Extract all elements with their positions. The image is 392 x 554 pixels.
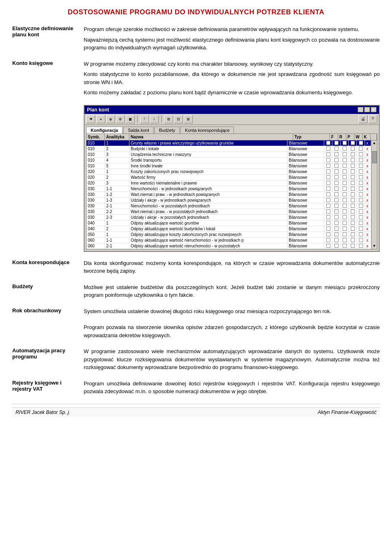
checkbox-icon[interactable] [334, 164, 339, 168]
td-col-9[interactable]: x [365, 209, 371, 214]
checkbox-icon[interactable] [343, 181, 347, 185]
back-button[interactable]: ◄ [86, 115, 95, 123]
close-button[interactable]: × [371, 107, 376, 112]
td-col-9[interactable]: x [365, 152, 371, 157]
td-col-9[interactable]: x [365, 215, 371, 220]
checkbox-icon[interactable] [359, 244, 363, 248]
table-row[interactable]: 0601-1Odpisy aktualizujące wartość nieru… [87, 238, 371, 243]
td-col-9[interactable]: x [365, 163, 371, 169]
tb-btn-2[interactable]: ✿ [106, 115, 115, 123]
checkbox-icon[interactable] [334, 238, 339, 242]
checkbox-icon[interactable] [326, 152, 330, 156]
checkbox-icon[interactable] [359, 187, 363, 191]
checkbox-icon[interactable] [359, 227, 363, 231]
tb-help-button[interactable]: ? [368, 115, 377, 123]
scroll-thumb[interactable] [372, 151, 377, 163]
checkbox-icon[interactable] [359, 152, 363, 156]
scroll-up-button[interactable]: ▲ [373, 141, 375, 145]
tb-btn-5[interactable]: ↑ [140, 115, 149, 123]
checkbox-icon[interactable] [359, 204, 363, 208]
td-col-9[interactable]: x [365, 158, 371, 163]
checkbox-icon[interactable] [343, 158, 347, 162]
checkbox-icon[interactable] [343, 164, 347, 168]
checkbox-icon[interactable] [343, 244, 347, 248]
window-controls[interactable]: _ □ × [358, 107, 376, 112]
checkbox-icon[interactable] [334, 215, 339, 219]
checkbox-icon[interactable] [351, 227, 355, 231]
checkbox-icon[interactable] [359, 147, 363, 151]
checkbox-icon[interactable] [343, 238, 347, 242]
checkbox-icon[interactable] [326, 141, 330, 145]
td-col-9[interactable]: x [365, 180, 371, 186]
checkbox-icon[interactable] [351, 244, 355, 248]
td-col-9[interactable]: x [365, 232, 371, 237]
checkbox-icon[interactable] [343, 204, 347, 208]
table-row[interactable]: 0105Inne środki trwałeBilansowex [87, 163, 371, 169]
table-row[interactable]: 0301-3Udziały i akcje - w jednostkach po… [87, 198, 371, 203]
checkbox-icon[interactable] [351, 187, 355, 191]
checkbox-icon[interactable] [343, 147, 347, 151]
checkbox-icon[interactable] [343, 175, 347, 179]
checkbox-icon[interactable] [343, 227, 347, 231]
table-row[interactable]: 0402Odpisy aktualizujące wartość budynkó… [87, 226, 371, 232]
table-row[interactable]: 0203Inne wartości niematerialne i prawne… [87, 180, 371, 186]
checkbox-icon[interactable] [343, 169, 347, 174]
checkbox-icon[interactable] [359, 238, 363, 242]
checkbox-icon[interactable] [351, 221, 355, 225]
checkbox-icon[interactable] [334, 244, 339, 248]
table-row[interactable]: 0104Środki transportuBilansowex [87, 158, 371, 163]
checkbox-icon[interactable] [326, 147, 330, 151]
td-col-9[interactable]: x [365, 220, 371, 226]
tb-btn-1[interactable]: ✦ [96, 115, 105, 123]
checkbox-icon[interactable] [334, 192, 339, 196]
tb-btn-4[interactable]: ▦ [126, 115, 135, 123]
checkbox-icon[interactable] [359, 221, 363, 225]
table-row[interactable]: 0501Odpisy aktualizujące koszty zakończo… [87, 232, 371, 238]
maximize-button[interactable]: □ [364, 107, 370, 112]
checkbox-icon[interactable] [343, 209, 347, 214]
checkbox-icon[interactable] [359, 181, 363, 185]
tb-btn-6[interactable]: ↓ [150, 115, 159, 123]
checkbox-icon[interactable] [334, 169, 339, 174]
checkbox-icon[interactable] [326, 164, 330, 168]
checkbox-icon[interactable] [351, 232, 355, 236]
checkbox-icon[interactable] [359, 169, 363, 174]
checkbox-icon[interactable] [343, 192, 347, 196]
checkbox-icon[interactable] [351, 175, 355, 179]
table-row[interactable]: 0103Urządzenia techniczne i maszynyBilan… [87, 152, 371, 158]
checkbox-icon[interactable] [359, 209, 363, 214]
checkbox-icon[interactable] [334, 204, 339, 208]
checkbox-icon[interactable] [334, 209, 339, 214]
checkbox-icon[interactable] [359, 164, 363, 168]
checkbox-icon[interactable] [326, 227, 330, 231]
checkbox-icon[interactable] [343, 152, 347, 156]
checkbox-icon[interactable] [334, 141, 339, 145]
checkbox-icon[interactable] [326, 204, 330, 208]
checkbox-icon[interactable] [359, 192, 363, 196]
checkbox-icon[interactable] [351, 198, 355, 202]
tab-konta-korespondujace[interactable]: Konta korespondujące [180, 127, 234, 133]
vertical-scrollbar[interactable]: ▲ ▼ [371, 140, 377, 249]
checkbox-icon[interactable] [326, 215, 330, 219]
checkbox-icon[interactable] [359, 215, 363, 219]
td-col-9[interactable]: x [365, 186, 371, 191]
checkbox-icon[interactable] [351, 169, 355, 174]
table-row[interactable]: 0401Odpisy aktualizujące wartość gruntów… [87, 220, 371, 226]
checkbox-icon[interactable] [351, 141, 355, 145]
checkbox-icon[interactable] [343, 221, 347, 225]
checkbox-icon[interactable] [351, 209, 355, 214]
checkbox-icon[interactable] [351, 192, 355, 196]
checkbox-icon[interactable] [359, 198, 363, 202]
checkbox-icon[interactable] [351, 147, 355, 151]
checkbox-icon[interactable] [343, 215, 347, 219]
checkbox-icon[interactable] [334, 158, 339, 162]
checkbox-icon[interactable] [359, 175, 363, 179]
table-row[interactable]: 0201Koszty zakończonych prac rozwojowych… [87, 169, 371, 175]
tb-btn-7[interactable]: ⊞ [164, 115, 173, 123]
checkbox-icon[interactable] [326, 244, 330, 248]
checkbox-icon[interactable] [334, 232, 339, 236]
checkbox-icon[interactable] [326, 238, 330, 242]
checkbox-icon[interactable] [334, 221, 339, 225]
table-row[interactable]: 0302-1Nieruchomości - w pozostałych jedn… [87, 203, 371, 209]
checkbox-icon[interactable] [334, 152, 339, 156]
